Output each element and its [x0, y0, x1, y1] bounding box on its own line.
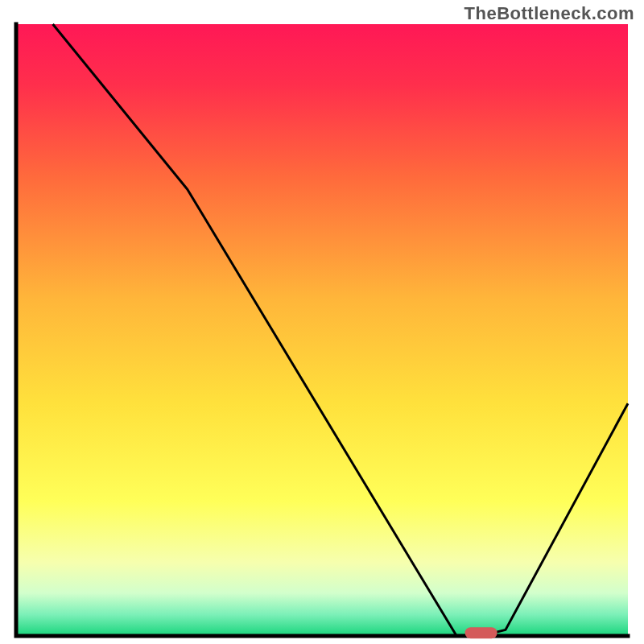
chart-container: TheBottleneck.com	[0, 0, 644, 644]
watermark-label: TheBottleneck.com	[464, 3, 634, 24]
optimal-marker	[465, 627, 497, 638]
bottleneck-chart	[0, 0, 644, 644]
chart-background-gradient	[16, 24, 628, 636]
